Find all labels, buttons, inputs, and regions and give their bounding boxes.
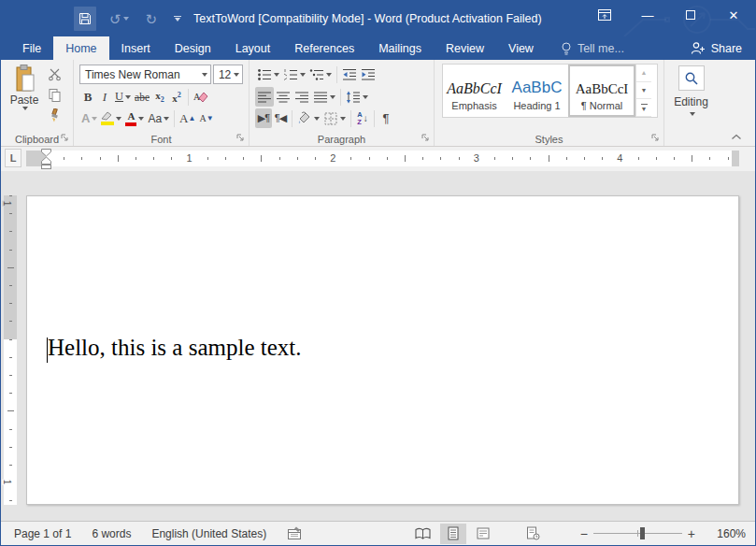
font-name-combo[interactable]: Times New Roman: [79, 65, 211, 84]
format-painter-button[interactable]: [46, 106, 64, 125]
document-page[interactable]: Hello, this is a sample text.: [26, 195, 739, 505]
decrease-indent-button[interactable]: [340, 65, 359, 84]
styles-scroll-up-button[interactable]: ▲: [636, 65, 651, 82]
styles-gallery: AaBbCcI Emphasis AaBbC Heading 1 AaBbCcI…: [442, 64, 658, 118]
close-button[interactable]: ✕: [712, 1, 755, 29]
line-spacing-button[interactable]: [344, 87, 370, 107]
clipboard-group: Paste: [1, 60, 74, 146]
customize-qat-button[interactable]: [170, 7, 185, 31]
bold-button[interactable]: B: [79, 87, 96, 107]
styles-dialog-launcher[interactable]: [651, 134, 661, 143]
font-size-combo[interactable]: 12: [213, 65, 243, 84]
vertical-ruler-number: 1: [2, 201, 12, 207]
zoom-slider-track[interactable]: [593, 533, 682, 534]
paste-label: Paste: [10, 93, 39, 107]
styles-gallery-more-button[interactable]: ▼: [636, 99, 651, 117]
print-layout-button[interactable]: [440, 524, 466, 544]
change-case-button[interactable]: Aa: [146, 108, 171, 128]
show-hide-marks-button[interactable]: ¶: [378, 108, 394, 128]
style-heading-1[interactable]: AaBbC Heading 1: [506, 65, 568, 117]
text-effects-caret: [92, 117, 97, 121]
sort-button[interactable]: A Z ↓: [354, 108, 371, 128]
format-painter-brush-icon: [48, 108, 62, 122]
zoom-level[interactable]: 160%: [712, 527, 746, 540]
increase-indent-button[interactable]: [359, 65, 378, 84]
align-center-button[interactable]: [274, 87, 292, 107]
tab-design[interactable]: Design: [163, 36, 223, 60]
zoom-in-button[interactable]: +: [682, 526, 701, 541]
font-color-button[interactable]: A: [123, 108, 146, 128]
shrink-font-button[interactable]: A▼: [197, 108, 215, 128]
redo-button[interactable]: ↻: [142, 7, 162, 31]
separator: [350, 110, 351, 127]
multilevel-list-button[interactable]: [307, 65, 334, 84]
zoom-slider-thumb[interactable]: [640, 527, 645, 539]
read-mode-icon: [415, 527, 431, 540]
document-text[interactable]: Hello, this is a sample text.: [48, 335, 301, 361]
editing-button[interactable]: [678, 65, 705, 91]
clipboard-dialog-launcher[interactable]: [61, 134, 70, 143]
left-indent-marker: [42, 165, 51, 169]
superscript-button[interactable]: x2: [168, 87, 185, 107]
print-layout-icon: [447, 526, 460, 540]
share-button[interactable]: Share: [678, 36, 755, 60]
tab-view[interactable]: View: [496, 36, 546, 60]
tab-references[interactable]: References: [282, 36, 366, 60]
shading-button[interactable]: [295, 108, 321, 128]
proofing-status-icon[interactable]: [287, 526, 302, 540]
read-mode-button[interactable]: [410, 524, 436, 544]
collapse-ribbon-icon[interactable]: [731, 134, 742, 140]
style-emphasis[interactable]: AaBbCcI Emphasis: [443, 65, 506, 117]
tab-insert[interactable]: Insert: [109, 36, 163, 60]
zoom-out-button[interactable]: −: [575, 526, 593, 541]
tell-me-box[interactable]: Tell me...: [561, 36, 624, 60]
paragraph-dialog-launcher[interactable]: [421, 134, 431, 143]
align-right-button[interactable]: [292, 87, 311, 107]
tab-layout[interactable]: Layout: [223, 36, 283, 60]
align-center-icon: [276, 90, 291, 105]
styles-group-label: Styles: [435, 134, 663, 145]
save-button[interactable]: [74, 7, 96, 31]
word-count[interactable]: 6 words: [92, 527, 131, 540]
ltr-direction-button[interactable]: ▶¶: [255, 108, 272, 128]
cut-button[interactable]: [46, 65, 64, 84]
underline-button[interactable]: U: [113, 87, 133, 107]
indent-markers[interactable]: [41, 149, 51, 169]
window-title: TextToWord [Compatibility Mode] - Word (…: [193, 1, 542, 36]
web-layout-button[interactable]: [470, 524, 496, 544]
minimize-button[interactable]: —: [626, 1, 669, 29]
ribbon-display-options-button[interactable]: [583, 1, 626, 29]
page-count[interactable]: Page 1 of 1: [14, 527, 71, 540]
bullets-button[interactable]: [255, 65, 281, 84]
page-preview-button[interactable]: [521, 524, 547, 544]
styles-scroll-down-button[interactable]: ▼: [636, 82, 651, 100]
strikethrough-button[interactable]: abe: [133, 87, 151, 107]
borders-button[interactable]: [321, 108, 348, 128]
align-left-button[interactable]: [255, 87, 274, 107]
tab-file[interactable]: File: [10, 36, 53, 60]
paste-button[interactable]: Paste: [5, 63, 44, 131]
ruler-half-ticks: [46, 155, 732, 162]
tab-mailings[interactable]: Mailings: [366, 36, 434, 60]
style-normal-selected[interactable]: AaBbCcI ¶ Normal: [568, 65, 635, 117]
italic-button[interactable]: I: [96, 87, 113, 107]
undo-button[interactable]: ↺: [106, 7, 133, 31]
copy-button[interactable]: [46, 85, 64, 105]
subscript-button[interactable]: x2: [151, 87, 168, 107]
language-indicator[interactable]: English (United States): [151, 527, 266, 540]
font-dialog-launcher[interactable]: [236, 134, 246, 143]
numbering-button[interactable]: [281, 65, 307, 84]
tab-stop-selector[interactable]: L: [5, 149, 21, 167]
maximize-button[interactable]: [669, 1, 712, 29]
grow-font-button[interactable]: A▲: [178, 108, 197, 128]
styles-group: AaBbCcI Emphasis AaBbC Heading 1 AaBbCcI…: [435, 60, 664, 146]
tab-review[interactable]: Review: [434, 36, 496, 60]
clear-formatting-button[interactable]: A: [192, 87, 210, 107]
rtl-direction-button[interactable]: ¶◀: [272, 108, 289, 128]
text-effects-button[interactable]: A: [79, 108, 99, 128]
highlight-color-button[interactable]: [99, 108, 123, 128]
undo-dropdown-caret: [123, 17, 129, 21]
justify-button[interactable]: [311, 87, 337, 107]
ruler-number: 2: [327, 152, 338, 165]
tab-home[interactable]: Home: [53, 36, 108, 60]
